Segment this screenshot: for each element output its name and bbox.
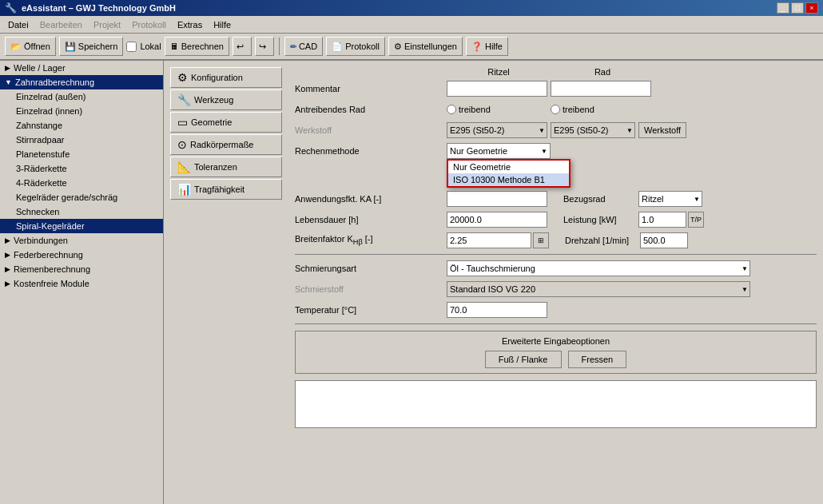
lebensdauer-row: Lebensdauer [h] Leistung [kW] T/P xyxy=(295,211,817,228)
back-button[interactable]: ↩ xyxy=(233,37,252,56)
konfiguration-button[interactable]: ⚙ Konfiguration xyxy=(170,67,282,88)
rechenmethode-option-0[interactable]: Nur Geometrie xyxy=(448,161,569,173)
schmierstoff-select[interactable]: Standard ISO VG 220 xyxy=(447,281,750,297)
arrow-kostenfreie-icon: ▶ xyxy=(5,280,10,288)
advanced-title: Erweiterte Eingabeoptionen xyxy=(300,336,811,346)
werkstoff-row: Werkstoff E295 (St50-2) E295 (St50-2) We… xyxy=(295,121,817,139)
sidebar-item-einzelrad-innen[interactable]: Einzelrad (innen) xyxy=(0,104,163,118)
separator-2 xyxy=(295,323,817,324)
werkstoff-ritzel-select[interactable]: E295 (St50-2) xyxy=(447,122,547,138)
sidebar-item-schnecken[interactable]: Schnecken xyxy=(0,204,163,219)
toleranzen-button[interactable]: 📐 Toleranzen xyxy=(170,157,282,177)
sidebar-group-feder[interactable]: ▶ Federberechnung xyxy=(0,248,163,262)
arrow-riemen-icon: ▶ xyxy=(5,265,10,273)
save-button[interactable]: 💾 Speichern xyxy=(59,37,124,56)
sidebar-item-zahnstange[interactable]: Zahnstange xyxy=(0,118,163,133)
sidebar-item-kegelraeder[interactable]: Kegelräder gerade/schräg xyxy=(0,190,163,204)
lebensdauer-label: Lebensdauer [h] xyxy=(295,215,447,224)
sidebar-item-3-raeder[interactable]: 3-Räderkette xyxy=(0,161,163,176)
werkstoff-rad-select[interactable]: E295 (St50-2) xyxy=(551,122,635,138)
sidebar-item-planetenstufe[interactable]: Planetenstufe xyxy=(0,147,163,161)
fuss-flanke-button[interactable]: Fuß / Flanke xyxy=(485,351,562,368)
sidebar-group-verbindungen[interactable]: ▶ Verbindungen xyxy=(0,233,163,248)
rechenmethode-option-1[interactable]: ISO 10300 Methode B1 xyxy=(448,173,569,186)
close-button[interactable]: × xyxy=(805,2,818,14)
breitenfaktor-row: Breitenfaktor KHβ [-] ⊞ Drehzahl [1/min] xyxy=(295,232,817,249)
output-area xyxy=(295,380,817,428)
local-label: Lokal xyxy=(140,42,161,51)
bezugsrad-select[interactable]: Ritzel xyxy=(638,191,702,207)
open-button[interactable]: 📂 Öffnen xyxy=(5,37,56,56)
arrow-icon: ▶ xyxy=(5,64,10,72)
ritzel-col-header: Ritzel xyxy=(447,67,551,77)
forward-button[interactable]: ↪ xyxy=(255,37,274,56)
help-button[interactable]: ❓ Hilfe xyxy=(466,37,508,56)
sidebar-group-zahnrad[interactable]: ▼ Zahnradberechnung xyxy=(0,75,163,89)
geometrie-button[interactable]: ▭ Geometrie xyxy=(170,112,282,133)
sidebar-item-stirnradpaar[interactable]: Stirnradpaar xyxy=(0,133,163,147)
menu-projekt: Projekt xyxy=(89,18,125,31)
menu-datei[interactable]: Datei xyxy=(3,18,34,31)
help-icon: ❓ xyxy=(471,42,483,52)
advanced-section: Erweiterte Eingabeoptionen Fuß / Flanke … xyxy=(295,331,817,374)
kommentar-ritzel-input[interactable] xyxy=(447,81,547,97)
anwendungsfkt-label: Anwendungsfkt. KA [-] xyxy=(295,194,447,204)
antreibendes-rad-row: Antreibendes Rad treibend treibend xyxy=(295,101,817,118)
lebensdauer-input[interactable] xyxy=(447,212,547,228)
content-area: ⚙ Konfiguration 🔧 Werkzeug ▭ Geometrie ⊙… xyxy=(164,61,823,504)
protocol-button[interactable]: 📄 Protokoll xyxy=(326,37,385,56)
protocol-icon: 📄 xyxy=(332,42,343,52)
config-icon: ⚙ xyxy=(177,71,188,84)
werkstoff-button[interactable]: Werkstoff xyxy=(638,122,686,138)
radkoerper-button[interactable]: ⊙ Radkörpermaße xyxy=(170,134,282,155)
sidebar-item-spiral[interactable]: Spiral-Kegelräder xyxy=(0,219,163,233)
sidebar-item-4-raeder[interactable]: 4-Räderkette xyxy=(0,176,163,190)
rechenmethode-select[interactable]: Nur Geometrie ▼ xyxy=(447,143,551,159)
menu-protokoll: Protokoll xyxy=(127,18,171,31)
back-arrow-icon: ↩ xyxy=(237,42,244,52)
sidebar-group-riemen[interactable]: ▶ Riemenberechnung xyxy=(0,262,163,276)
schmierstoff-row: Schmierstoff Standard ISO VG 220 xyxy=(295,280,817,298)
rechenmethode-label: Rechenmethode xyxy=(295,146,447,156)
anwendungsfkt-input[interactable] xyxy=(447,191,547,207)
settings-button[interactable]: ⚙ Einstellungen xyxy=(388,37,463,56)
werkzeug-button[interactable]: 🔧 Werkzeug xyxy=(170,89,282,110)
breitenfaktor-input[interactable] xyxy=(447,232,531,248)
arrow-feder-icon: ▶ xyxy=(5,251,10,259)
window-controls[interactable]: _ □ × xyxy=(777,2,818,14)
leistung-input[interactable] xyxy=(638,212,686,228)
drehzahl-label: Drehzahl [1/min] xyxy=(565,236,637,245)
sidebar-group-welle[interactable]: ▶ Welle / Lager xyxy=(0,61,163,75)
save-icon: 💾 xyxy=(65,42,76,52)
leistung-calc-button[interactable]: T/P xyxy=(688,212,704,228)
folder-open-icon: 📂 xyxy=(10,42,22,52)
menu-hilfe[interactable]: Hilfe xyxy=(209,18,236,31)
menu-extras[interactable]: Extras xyxy=(173,18,207,31)
toolbar: 📂 Öffnen 💾 Speichern Lokal 🖩 Berechnen ↩… xyxy=(0,34,823,61)
fressen-button[interactable]: Fressen xyxy=(568,351,627,368)
treibend1-radio[interactable] xyxy=(447,105,456,114)
sidebar: ▶ Welle / Lager ▼ Zahnradberechnung Einz… xyxy=(0,61,164,504)
cad-button[interactable]: ✏ CAD xyxy=(284,37,323,56)
maximize-button[interactable]: □ xyxy=(791,2,804,14)
schmierstoff-label: Schmierstoff xyxy=(295,284,447,294)
local-checkbox[interactable] xyxy=(126,42,137,52)
drehzahl-input[interactable] xyxy=(640,232,688,248)
schmierungsart-select[interactable]: Öl - Tauchschmierung xyxy=(447,260,750,276)
kommentar-rad-input[interactable] xyxy=(551,81,651,97)
treibend2-radio[interactable] xyxy=(551,105,560,114)
sidebar-group-kostenfreie[interactable]: ▶ Kostenfreie Module xyxy=(0,276,163,291)
breitenfaktor-calc-button[interactable]: ⊞ xyxy=(533,232,549,248)
treibend1-label: treibend xyxy=(459,105,491,114)
tragfaehigkeit-button[interactable]: 📊 Tragfähigkeit xyxy=(170,179,282,200)
bezugsrad-label: Bezugsrad xyxy=(563,194,635,204)
minimize-button[interactable]: _ xyxy=(777,2,789,14)
antreibendes-rad-label: Antreibendes Rad xyxy=(295,105,447,114)
calculate-button[interactable]: 🖩 Berechnen xyxy=(165,37,229,56)
schmierungsart-label: Schmierungsart xyxy=(295,264,447,273)
sidebar-item-einzelrad-aussen[interactable]: Einzelrad (außen) xyxy=(0,89,163,104)
temperatur-row: Temperatur [°C] xyxy=(295,301,817,319)
temperatur-input[interactable] xyxy=(447,302,547,318)
rechenmethode-dropdown-area[interactable]: Nur Geometrie ▼ Nur Geometrie ISO 10300 … xyxy=(447,143,551,159)
forward-arrow-icon: ↪ xyxy=(259,42,266,52)
